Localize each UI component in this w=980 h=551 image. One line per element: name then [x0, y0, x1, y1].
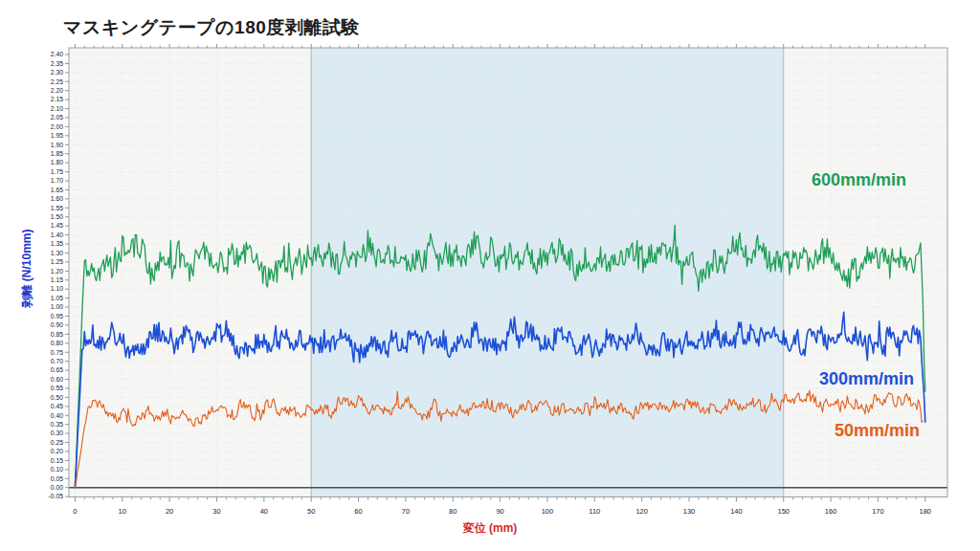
svg-text:90: 90	[496, 507, 503, 516]
svg-text:1.35: 1.35	[51, 240, 63, 247]
svg-text:0.85: 0.85	[51, 331, 63, 338]
svg-text:1.65: 1.65	[51, 187, 63, 193]
svg-text:0.55: 0.55	[51, 385, 63, 391]
svg-text:1.60: 1.60	[51, 195, 63, 202]
svg-text:2.05: 2.05	[51, 114, 63, 121]
svg-text:2.30: 2.30	[51, 69, 63, 76]
svg-text:1.95: 1.95	[51, 132, 63, 139]
svg-text:50: 50	[307, 507, 315, 516]
legend-300mm-min: 300mm/min	[819, 369, 914, 389]
svg-text:2.10: 2.10	[51, 105, 63, 112]
svg-text:2.20: 2.20	[51, 87, 63, 94]
svg-text:2.40: 2.40	[51, 51, 63, 57]
svg-text:1.90: 1.90	[51, 142, 63, 148]
svg-text:0.20: 0.20	[51, 448, 63, 454]
svg-text:140: 140	[730, 507, 743, 516]
svg-text:0.70: 0.70	[51, 358, 63, 364]
svg-text:1.75: 1.75	[51, 168, 63, 175]
svg-text:0: 0	[73, 507, 77, 516]
chart-canvas: -0.050.000.050.100.150.200.250.300.350.4…	[0, 0, 980, 551]
svg-text:0.10: 0.10	[51, 466, 63, 473]
svg-text:1.80: 1.80	[51, 159, 63, 165]
svg-text:1.15: 1.15	[51, 276, 63, 283]
svg-text:1.00: 1.00	[51, 303, 63, 310]
svg-text:1.20: 1.20	[51, 268, 63, 275]
svg-text:1.45: 1.45	[51, 222, 63, 229]
svg-text:180: 180	[920, 507, 932, 516]
svg-text:1.40: 1.40	[51, 231, 63, 238]
legend-600mm-min: 600mm/min	[812, 170, 906, 190]
peel-test-chart-figure: マスキングテープの180度剥離試験 -0.050.000.050.100.150…	[0, 0, 980, 551]
svg-text:60: 60	[354, 507, 362, 516]
svg-text:10: 10	[119, 507, 126, 516]
y-axis-label: 剥離 (N/10mm)	[19, 192, 35, 345]
svg-text:0.30: 0.30	[51, 430, 63, 436]
svg-text:0.00: 0.00	[51, 484, 63, 491]
svg-text:0.45: 0.45	[51, 403, 63, 409]
svg-text:40: 40	[260, 507, 268, 516]
svg-text:100: 100	[542, 507, 554, 516]
svg-text:0.75: 0.75	[51, 349, 63, 356]
svg-text:2.25: 2.25	[51, 78, 63, 85]
svg-text:80: 80	[449, 507, 457, 516]
svg-text:1.05: 1.05	[51, 295, 63, 301]
svg-text:0.15: 0.15	[51, 457, 63, 464]
svg-text:0.95: 0.95	[51, 313, 63, 320]
svg-text:-0.05: -0.05	[49, 493, 64, 499]
svg-text:2.00: 2.00	[51, 123, 63, 130]
svg-text:0.90: 0.90	[51, 321, 63, 328]
svg-text:20: 20	[166, 507, 173, 516]
svg-text:1.85: 1.85	[51, 150, 63, 157]
svg-text:0.50: 0.50	[51, 394, 63, 401]
svg-text:1.50: 1.50	[51, 213, 63, 220]
svg-text:0.65: 0.65	[51, 366, 63, 373]
x-axis-label: 変位 (mm)	[0, 520, 980, 537]
svg-text:70: 70	[402, 507, 410, 516]
svg-text:120: 120	[635, 507, 648, 516]
svg-text:150: 150	[777, 507, 790, 516]
svg-text:110: 110	[589, 507, 600, 516]
svg-text:1.25: 1.25	[51, 258, 63, 265]
svg-text:2.35: 2.35	[51, 60, 63, 67]
svg-text:0.40: 0.40	[51, 412, 63, 419]
svg-text:0.05: 0.05	[51, 475, 63, 482]
svg-text:160: 160	[825, 507, 837, 516]
svg-text:130: 130	[683, 507, 696, 516]
svg-text:0.35: 0.35	[51, 421, 63, 428]
svg-text:170: 170	[872, 507, 884, 516]
svg-text:1.10: 1.10	[51, 285, 63, 292]
svg-text:2.15: 2.15	[51, 96, 63, 102]
svg-text:0.25: 0.25	[51, 439, 63, 446]
svg-text:30: 30	[212, 507, 220, 516]
svg-text:1.55: 1.55	[51, 205, 63, 211]
svg-text:0.60: 0.60	[51, 376, 63, 383]
svg-text:1.70: 1.70	[51, 177, 63, 184]
svg-text:1.30: 1.30	[51, 250, 63, 256]
legend-50mm-min: 50mm/min	[835, 421, 920, 441]
svg-text:0.80: 0.80	[51, 340, 63, 346]
